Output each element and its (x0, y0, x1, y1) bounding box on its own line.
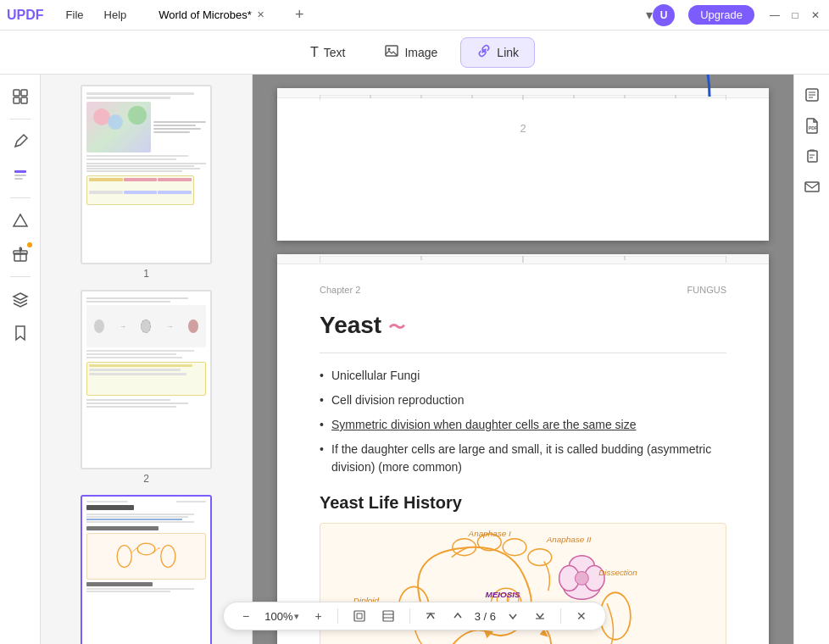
svg-text:PDF: PDF (809, 125, 817, 130)
page-down-down-button[interactable] (530, 609, 550, 623)
svg-marker-9 (14, 214, 27, 226)
image-icon (384, 43, 399, 62)
thumbnail-3-image (81, 495, 212, 644)
maximize-button[interactable]: □ (788, 8, 802, 22)
thumbnail-page-3[interactable]: 3 (81, 495, 212, 644)
pdf-page-3: Chapter 2 FUNGUS Yeast 〜 Unicellular Fun… (277, 254, 769, 644)
upgrade-label: Upgrade (700, 8, 743, 21)
tab-close-button[interactable]: ✕ (257, 9, 264, 20)
minimize-button[interactable]: — (768, 8, 782, 22)
svg-rect-2 (14, 90, 19, 96)
menu-bar: File Help (58, 5, 136, 25)
fit-page-button[interactable] (348, 608, 370, 624)
svg-rect-66 (354, 611, 364, 621)
user-avatar: U (653, 4, 675, 26)
svg-point-52 (575, 571, 588, 585)
svg-text:Anaphase I: Anaphase I (468, 529, 511, 538)
bullet-item-1: Unicellular Fungi (320, 367, 726, 385)
thumbnail-2-number: 2 (143, 473, 149, 485)
content-area[interactable]: 2 Chapter 2 FUNGUS (253, 75, 793, 644)
menu-file[interactable]: File (58, 5, 92, 25)
svg-rect-67 (383, 611, 393, 621)
thumbnail-page-1[interactable]: 1 (81, 85, 212, 280)
upgrade-button[interactable]: Upgrade (688, 5, 754, 25)
toolbar-divider-1 (337, 608, 338, 624)
yeast-life-history-title: Yeast Life History (320, 493, 726, 513)
right-icon-email[interactable] (798, 173, 826, 200)
text-tool-label: Text (324, 46, 346, 59)
text-tool-button[interactable]: T Text (294, 39, 361, 66)
sidebar-icon-view[interactable] (5, 81, 36, 112)
fit-width-icon (382, 610, 394, 622)
image-tool-label: Image (404, 46, 437, 59)
page-main-title: Yeast 〜 (320, 312, 726, 339)
sidebar-icon-bookmark[interactable] (5, 318, 36, 348)
yeast-bullet-list: Unicellular Fungi Cell division reproduc… (320, 367, 726, 476)
tab-add-button[interactable]: + (287, 3, 311, 27)
link-tool-button[interactable]: Link (460, 37, 535, 68)
page-up-up-button[interactable] (420, 609, 441, 623)
zoom-out-icon: − (242, 609, 249, 623)
sidebar-icon-gift[interactable] (5, 239, 36, 269)
svg-point-1 (388, 47, 391, 50)
sidebar-icon-layers[interactable] (5, 284, 36, 314)
window-controls: — □ ✕ (768, 8, 822, 22)
page-2-number: 2 (320, 108, 726, 148)
titlebar: UPDF File Help World of Microbes* ✕ + ▾ … (0, 0, 829, 31)
link-icon (476, 43, 492, 62)
tab-title: World of Microbes* (159, 8, 252, 21)
thumbnail-1-number: 1 (143, 268, 149, 280)
fit-width-button[interactable] (377, 608, 399, 624)
thumbnail-page-2[interactable]: → → (81, 290, 212, 485)
zoom-dropdown-icon[interactable]: ▾ (294, 611, 299, 622)
svg-point-14 (161, 546, 175, 568)
tab-dropdown-button[interactable]: ▾ (646, 7, 653, 23)
gift-notification-dot (27, 242, 32, 247)
sidebar-icon-shapes[interactable] (5, 205, 36, 236)
title-decoration: 〜 (388, 316, 405, 339)
bullet-item-4: If the daughter cells are large and smal… (320, 441, 726, 476)
zoom-in-button[interactable]: + (309, 608, 326, 625)
sidebar-icon-highlight[interactable] (5, 160, 36, 191)
close-button[interactable]: ✕ (809, 8, 822, 22)
toolbar-close-button[interactable]: ✕ (571, 608, 592, 625)
toolbar-divider-2 (409, 608, 410, 624)
thumbnail-2-image: → → (81, 290, 212, 469)
left-sidebar (0, 75, 41, 644)
svg-point-13 (137, 543, 155, 555)
page-down-button[interactable] (503, 609, 523, 623)
title-divider (320, 353, 726, 353)
sidebar-divider-3 (10, 276, 31, 277)
svg-rect-7 (14, 175, 26, 176)
thumbnail-panel: 1 → → (41, 75, 253, 644)
pdf-page-2: 2 (277, 88, 769, 241)
right-icon-clipboard[interactable] (798, 142, 826, 169)
tab-world-of-microbes[interactable]: World of Microbes* ✕ (148, 5, 284, 25)
svg-point-12 (117, 546, 131, 568)
svg-rect-64 (808, 151, 817, 162)
svg-point-38 (528, 549, 552, 566)
right-icon-pdf[interactable]: PDF (798, 112, 826, 139)
page-display: 3 / 6 (475, 610, 496, 623)
svg-rect-5 (21, 97, 27, 103)
svg-rect-3 (21, 90, 27, 96)
annotation-toolbar: T Text Image Link (0, 31, 829, 75)
page-up-button[interactable] (448, 609, 468, 623)
right-icon-text[interactable] (798, 81, 826, 108)
toolbar-close-icon: ✕ (576, 609, 587, 623)
zoom-out-button[interactable]: − (237, 608, 254, 625)
thumbnail-1-image (81, 85, 212, 264)
toolbar-divider-3 (560, 608, 561, 624)
sidebar-divider-1 (10, 119, 31, 119)
image-tool-button[interactable]: Image (368, 37, 453, 68)
svg-text:Anaphase II: Anaphase II (546, 535, 592, 544)
menu-help[interactable]: Help (96, 5, 136, 25)
fit-page-icon (353, 610, 365, 622)
link-tool-label: Link (497, 46, 519, 59)
chapter-label: Chapter 2 (320, 285, 360, 295)
chapter-category: FUNGUS (687, 285, 726, 295)
svg-rect-6 (14, 170, 26, 173)
svg-rect-8 (14, 178, 23, 180)
sidebar-icon-annotate[interactable] (5, 126, 36, 157)
main-layout: 1 → → (0, 75, 829, 644)
